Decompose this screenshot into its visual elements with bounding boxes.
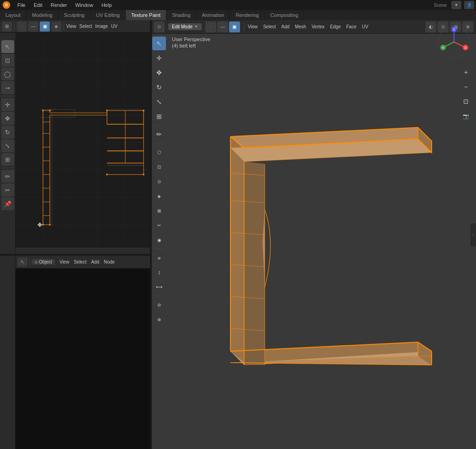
- svg-marker-47: [244, 162, 265, 365]
- vp-tool-annotate[interactable]: ✏: [152, 127, 166, 141]
- vp-tool-knife[interactable]: ✂: [152, 218, 166, 232]
- top-menu-bar: B File Edit Render Window Help Scene ▼ 👤: [0, 0, 476, 10]
- vp-tool-move[interactable]: ✥: [152, 66, 166, 79]
- tab-sculpting[interactable]: Sculpting: [59, 10, 91, 20]
- shader-object-selector[interactable]: ⊙ Object: [32, 259, 55, 265]
- uv-select-edge-btn[interactable]: —: [28, 21, 38, 32]
- uv-circle-select-btn[interactable]: ◯: [1, 68, 14, 80]
- uv-select-island-btn[interactable]: ◈: [51, 21, 61, 32]
- uv-scale-btn[interactable]: ⤡: [1, 139, 14, 152]
- panel-resize-handle[interactable]: [150, 20, 152, 449]
- mesh-select-mode: · — ▣: [205, 21, 240, 32]
- svg-point-30: [106, 110, 108, 111]
- vp-mode-selector[interactable]: Edit Mode ▼: [168, 23, 202, 30]
- tab-animation[interactable]: Animation: [197, 10, 230, 20]
- vp-tool-select[interactable]: ↖: [152, 37, 166, 50]
- n-panel-toggle[interactable]: ›: [471, 223, 476, 246]
- separator-1: [14, 22, 15, 31]
- menu-render[interactable]: Render: [47, 1, 71, 9]
- tab-shading[interactable]: Shading: [166, 10, 196, 20]
- vp-vertex-menu[interactable]: Vertex: [312, 24, 325, 29]
- uv-select-face-btn[interactable]: ▣: [40, 21, 50, 32]
- uv-cursor-btn[interactable]: ✛: [1, 98, 14, 111]
- zoom-out-btn[interactable]: −: [460, 80, 472, 93]
- vp-tool-bevel[interactable]: ◈: [152, 189, 166, 203]
- orientation-gizmo[interactable]: Z X Y: [436, 24, 472, 60]
- vp-face-mode[interactable]: ▣: [229, 21, 240, 32]
- vp-tool-scale[interactable]: ⤡: [152, 95, 166, 109]
- tab-modeling[interactable]: Modeling: [27, 10, 59, 20]
- uv-image-menu[interactable]: Image: [95, 24, 108, 29]
- vp-type-icon[interactable]: ⊙: [154, 21, 165, 32]
- uv-view-type-btn[interactable]: ⊞: [2, 21, 12, 32]
- vp-add-menu[interactable]: Add: [281, 24, 289, 29]
- uv-annotate-btn[interactable]: ✏: [1, 170, 14, 183]
- vp-mesh-menu[interactable]: Mesh: [295, 24, 306, 29]
- vp-edge-menu[interactable]: Edge: [330, 24, 341, 29]
- shader-view-menu[interactable]: View: [59, 259, 70, 264]
- uv-rip-btn[interactable]: ✂: [1, 184, 14, 196]
- uv-select-tool-btn[interactable]: ↖: [1, 40, 14, 53]
- menu-file[interactable]: File: [14, 1, 29, 9]
- camera-btn[interactable]: 📷: [460, 110, 472, 122]
- user-icon[interactable]: 👤: [464, 1, 474, 9]
- vp-vert-mode[interactable]: ·: [205, 21, 216, 32]
- perspective-label: User Perspective: [172, 37, 210, 42]
- vp-tool-smooth[interactable]: ⌀: [152, 251, 166, 264]
- tab-texture-paint[interactable]: Texture Paint: [126, 10, 166, 20]
- vp-tool-edgeslide[interactable]: ⟷: [152, 280, 166, 294]
- vp-tool-shear[interactable]: ⊘: [152, 298, 166, 312]
- zoom-fit-btn[interactable]: ⊡: [460, 95, 472, 108]
- vp-tool-loopcut[interactable]: ⊠: [152, 204, 166, 217]
- vp-view-menu[interactable]: View: [248, 24, 258, 29]
- shader-canvas[interactable]: [0, 269, 150, 449]
- shader-node-menu[interactable]: Node: [104, 259, 115, 264]
- uv-box-select-btn[interactable]: ⊡: [1, 54, 14, 67]
- vp-tool-inset[interactable]: ⊙: [152, 174, 166, 188]
- shader-editor-panel: ⬡ ↖ ⊙ Object View Select Add Node: [0, 255, 151, 449]
- svg-rect-2: [16, 33, 151, 248]
- uv-pin-btn[interactable]: 📌: [1, 197, 14, 210]
- shader-add-menu[interactable]: Add: [91, 259, 99, 264]
- vp-face-menu[interactable]: Face: [346, 24, 356, 29]
- svg-text:X: X: [464, 46, 467, 50]
- vp-uv-menu[interactable]: UV: [362, 24, 368, 29]
- shader-editor-header: ⬡ ↖ ⊙ Object View Select Add Node: [0, 256, 150, 269]
- tab-compositing[interactable]: Compositing: [265, 10, 304, 20]
- vp-tool-randomize[interactable]: ⁒: [152, 265, 166, 279]
- vp-tool-pushpull[interactable]: ⊛: [152, 312, 166, 326]
- vp-tool-transform[interactable]: ⊞: [152, 110, 166, 123]
- shader-select-menu[interactable]: Select: [74, 259, 86, 264]
- mode-dropdown-icon: ▼: [194, 25, 198, 29]
- scene-dropdown[interactable]: ▼: [451, 1, 461, 9]
- uv-transform-btn[interactable]: ⊞: [1, 153, 14, 166]
- vp-sep1: [244, 22, 244, 32]
- uv-view-menu[interactable]: View: [66, 24, 76, 29]
- separator-2: [64, 22, 64, 31]
- uv-select-menu[interactable]: Select: [80, 24, 92, 29]
- uv-move-btn[interactable]: ✥: [1, 112, 14, 125]
- svg-text:Y: Y: [442, 46, 444, 50]
- tab-uv-editing[interactable]: UV Editing: [91, 10, 126, 20]
- shader-active-tool[interactable]: ↖: [17, 258, 27, 267]
- menu-window[interactable]: Window: [72, 1, 97, 9]
- vp-select-menu[interactable]: Select: [263, 24, 276, 29]
- uv-uv-menu[interactable]: UV: [111, 24, 118, 29]
- vp-tool-add[interactable]: ⬡: [152, 145, 166, 159]
- uv-select-vert-btn[interactable]: ·: [17, 21, 27, 32]
- workspace-tabs: Layout Modeling Sculpting UV Editing Tex…: [0, 10, 476, 20]
- tab-layout[interactable]: Layout: [0, 10, 27, 20]
- vp-viewport-shading[interactable]: ◐: [425, 21, 436, 32]
- menu-help[interactable]: Help: [98, 1, 116, 9]
- vp-tool-polybuild[interactable]: ◉: [152, 233, 166, 247]
- uv-lasso-select-btn[interactable]: ⊸: [1, 81, 14, 94]
- vp-tool-rotate[interactable]: ↻: [152, 80, 166, 94]
- vp-tool-extrude[interactable]: ⊡: [152, 160, 166, 174]
- menu-edit[interactable]: Edit: [30, 1, 46, 9]
- panel-split-handle[interactable]: [0, 254, 151, 256]
- vp-edge-mode[interactable]: —: [217, 21, 228, 32]
- uv-rotate-btn[interactable]: ↻: [1, 126, 14, 138]
- vp-tool-cursor[interactable]: ✛: [152, 51, 166, 65]
- zoom-in-btn[interactable]: +: [460, 66, 472, 79]
- tab-rendering[interactable]: Rendering: [230, 10, 265, 20]
